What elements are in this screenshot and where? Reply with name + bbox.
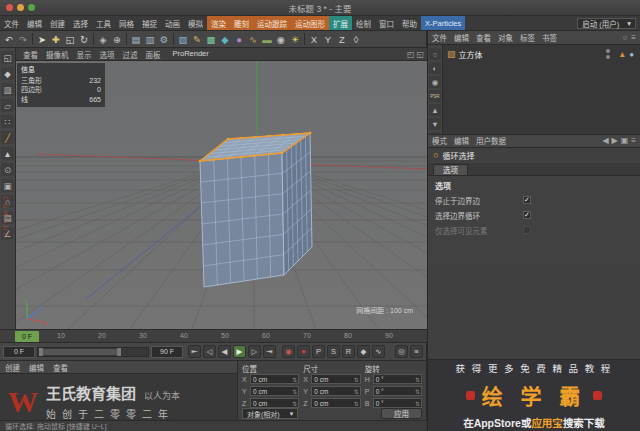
timeline-tick[interactable]: 90	[385, 332, 393, 339]
menubar-item[interactable]: 雕刻	[230, 16, 253, 30]
record-pla-button[interactable]: ∿	[372, 345, 385, 358]
viewport-menu-item[interactable]: 显示	[73, 49, 96, 60]
mograph-cloner-icon[interactable]: ◆	[218, 32, 232, 47]
timeline-ruler[interactable]: 0 F 0102030405060708090	[0, 329, 427, 343]
coordinate-input[interactable]: 0 cm⇅	[250, 386, 299, 396]
timeline-list-icon[interactable]: ≡	[410, 345, 423, 358]
points-mode-icon[interactable]: ∷	[1, 115, 14, 128]
object-manager-menu-item[interactable]: 编辑	[454, 32, 469, 43]
lock-y-axis-icon[interactable]: Y	[321, 32, 335, 47]
timeline-tick[interactable]: 40	[180, 332, 188, 339]
phong-tag-icon[interactable]: ●	[629, 50, 634, 59]
coordinate-system-icon[interactable]: ⊕	[110, 32, 124, 47]
spinner-icon[interactable]: ⇅	[354, 376, 359, 383]
camera-icon[interactable]: ◉	[274, 32, 288, 47]
editor-visibility-dot[interactable]	[606, 49, 610, 53]
viewport-solo-off-icon[interactable]: ○	[429, 48, 441, 60]
viewport-menu-item[interactable]: 面板	[142, 49, 165, 60]
next-frame-button[interactable]: ▷	[248, 345, 261, 358]
viewport-solo-icon[interactable]: ▣	[1, 179, 14, 192]
viewport-menu-item[interactable]: 查看	[19, 49, 42, 60]
menubar-item[interactable]: 帮助	[398, 16, 421, 30]
preview-range-slider[interactable]	[37, 347, 149, 357]
world-coordinates-icon[interactable]: ◊	[349, 32, 363, 47]
option-checkbox[interactable]: ✓	[523, 196, 531, 204]
visibility-toggles[interactable]	[606, 49, 610, 59]
spinner-icon[interactable]: ⇅	[292, 388, 297, 395]
menubar-item[interactable]: 窗口	[375, 16, 398, 30]
viewport-maximize-icon[interactable]: ◱	[416, 50, 424, 59]
spinner-icon[interactable]: ⇅	[415, 388, 420, 395]
option-checkbox[interactable]: ✓	[523, 211, 531, 219]
rotate-tool-icon[interactable]: ↻	[77, 32, 91, 47]
tab-options[interactable]: 选项	[433, 164, 468, 175]
record-position-button[interactable]: P	[312, 345, 325, 358]
move-down-icon[interactable]: ▼	[429, 118, 441, 130]
timeline-tick[interactable]: 30	[139, 332, 147, 339]
menubar-item[interactable]: 绘制	[352, 16, 375, 30]
goto-end-button[interactable]: ⇥	[263, 345, 276, 358]
live-selection-icon[interactable]: ➤	[35, 32, 49, 47]
floor-icon[interactable]: ▬	[260, 32, 274, 47]
move-tool-icon[interactable]: ✚	[49, 32, 63, 47]
make-editable-icon[interactable]: ◱	[1, 51, 14, 64]
perspective-viewport[interactable]: 信息 三角形232四边形0线665 网格间距 : 100 cm X Y Z	[16, 61, 427, 329]
last-tool-icon[interactable]: ◈	[96, 32, 110, 47]
attribute-manager-menu-item[interactable]: 用户数据	[476, 135, 506, 146]
redo-icon[interactable]: ↷	[16, 32, 30, 47]
menubar-item[interactable]: 创建	[46, 16, 69, 30]
coordinate-mode-dropdown[interactable]: 对象(相对) ▾	[242, 408, 298, 419]
timeline-tick[interactable]: 80	[344, 332, 352, 339]
search-icon[interactable]: ○	[622, 33, 627, 42]
playback-options-icon[interactable]: ◎	[395, 345, 408, 358]
history-back-icon[interactable]: ◀	[602, 136, 608, 145]
menubar-item[interactable]: X-Particles	[421, 16, 465, 30]
coordinate-input[interactable]: 0 °⇅	[373, 386, 422, 396]
viewport-layout-icon[interactable]: ◰	[407, 50, 415, 59]
menubar-item[interactable]: 渲染	[207, 16, 230, 30]
timeline-tick[interactable]: 50	[221, 332, 229, 339]
record-scale-button[interactable]: S	[327, 345, 340, 358]
panel-menu-icon[interactable]: ≡	[631, 136, 636, 145]
undo-icon[interactable]: ↶	[2, 32, 16, 47]
layout-dropdown[interactable]: 启动 (用户) ▾	[577, 18, 636, 29]
menubar-item[interactable]: 模拟	[184, 16, 207, 30]
materials-menu-item[interactable]: 编辑	[29, 362, 44, 373]
menubar-item[interactable]: 选择	[69, 16, 92, 30]
menubar-item[interactable]: 网格	[115, 16, 138, 30]
range-start-handle[interactable]	[39, 348, 43, 356]
minimize-button[interactable]	[17, 4, 24, 11]
timeline-tick[interactable]: 60	[262, 332, 270, 339]
texture-mode-icon[interactable]: ▨	[1, 83, 14, 96]
frame-start-field[interactable]: 0 F	[3, 346, 35, 358]
menubar-item[interactable]: 工具	[92, 16, 115, 30]
spinner-icon[interactable]: ⇅	[292, 376, 297, 383]
coordinate-input[interactable]: 0 cm⇅	[250, 374, 299, 384]
simulation-icon[interactable]: ∿	[246, 32, 260, 47]
menubar-item[interactable]: 运动图形	[291, 16, 329, 30]
enable-axis-icon[interactable]: ⊙	[1, 163, 14, 176]
spinner-icon[interactable]: ⇅	[292, 400, 297, 407]
add-cube-icon[interactable]: ▧	[176, 32, 190, 47]
autokey-button[interactable]: ●	[297, 345, 310, 358]
viewport-solo-hierarchy-icon[interactable]: ◉	[429, 76, 441, 88]
coordinate-input[interactable]: 0 °⇅	[373, 398, 422, 408]
menubar-item[interactable]: 文件	[0, 16, 23, 30]
history-forward-icon[interactable]: ▶	[612, 136, 618, 145]
filter-icon[interactable]: ≡	[631, 33, 636, 42]
record-rotation-button[interactable]: R	[342, 345, 355, 358]
zoom-button[interactable]	[28, 4, 35, 11]
goto-start-button[interactable]: ⇤	[188, 345, 201, 358]
object-tree[interactable]: ▧ 立方体 ▲●	[443, 45, 640, 134]
close-button[interactable]	[6, 4, 13, 11]
polygons-mode-icon[interactable]: ▲	[1, 147, 14, 160]
render-picture-viewer-icon[interactable]: ▥	[143, 32, 157, 47]
viewport-menu-item[interactable]: 选项	[96, 49, 119, 60]
object-manager-menu-item[interactable]: 查看	[476, 32, 491, 43]
volume-builder-icon[interactable]: ●	[232, 32, 246, 47]
viewport-menu-prorender[interactable]: ProRender	[169, 49, 213, 60]
spinner-icon[interactable]: ⇅	[415, 376, 420, 383]
object-manager-menu-item[interactable]: 对象	[498, 32, 513, 43]
attribute-manager-menu-item[interactable]: 模式	[432, 135, 447, 146]
playhead[interactable]: 0 F	[15, 331, 39, 342]
